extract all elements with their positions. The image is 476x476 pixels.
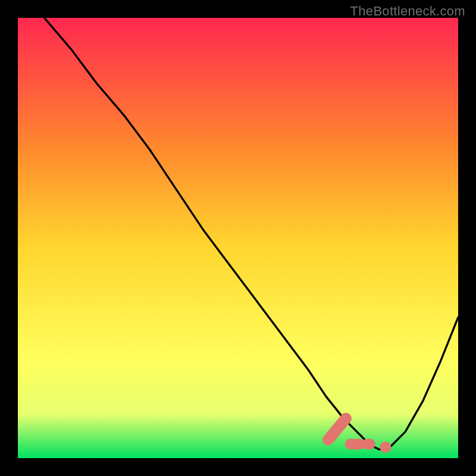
gradient-background xyxy=(18,18,458,458)
plot-area xyxy=(18,18,458,458)
chart-frame: TheBottleneck.com xyxy=(0,0,476,476)
watermark-text: TheBottleneck.com xyxy=(350,4,465,19)
marker-dot xyxy=(380,441,391,453)
chart-svg xyxy=(18,18,458,458)
